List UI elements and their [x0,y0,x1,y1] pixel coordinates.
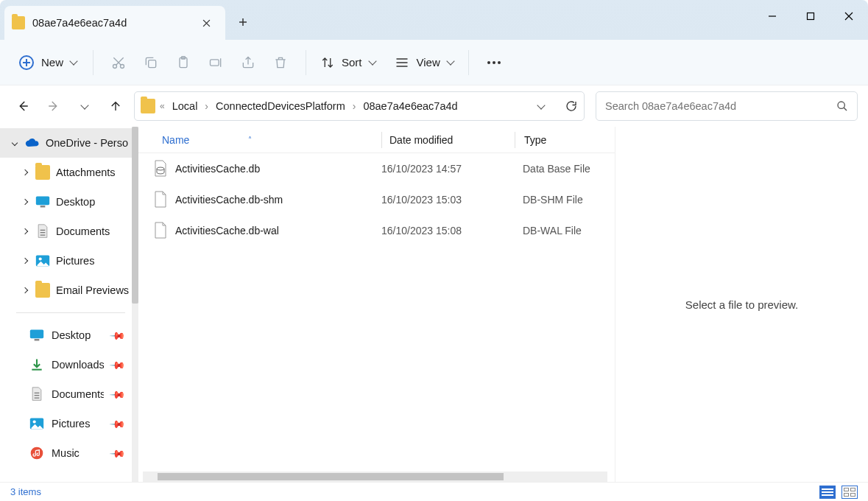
up-button[interactable] [103,94,128,119]
paste-button[interactable] [169,48,198,77]
file-date: 16/10/2023 14:57 [381,163,514,175]
chevron-right-icon[interactable] [21,168,29,177]
sidebar-item[interactable]: Documents [0,217,138,246]
sidebar-scrollbar[interactable] [132,127,138,482]
documents-icon [29,387,44,402]
sidebar-item[interactable]: Desktop [0,187,138,217]
quick-access-item[interactable]: Documents 📌 [0,379,138,409]
refresh-button[interactable] [565,99,578,113]
svg-point-9 [498,61,501,64]
more-button[interactable] [479,48,509,77]
file-date: 16/10/2023 15:08 [381,225,514,237]
new-button[interactable]: New [13,51,82,74]
address-bar[interactable]: « Local › ConnectedDevicesPlatform › 08a… [134,91,585,121]
quick-access-item[interactable]: Pictures 📌 [0,409,138,438]
toolbar-separator [468,50,469,75]
pin-icon: 📌 [109,326,126,343]
minimize-button[interactable] [753,0,791,32]
forward-button[interactable] [41,94,66,119]
sidebar-item[interactable]: Attachments [0,158,138,187]
share-button[interactable] [233,48,263,77]
desktop-icon [29,328,44,343]
file-icon [153,191,168,209]
window-controls [753,0,868,32]
breadcrumb-item[interactable]: ConnectedDevicesPlatform [213,99,348,113]
file-row[interactable]: ActivitiesCache.db-shm 16/10/2023 15:03 … [138,184,615,215]
svg-point-14 [39,257,42,260]
chevron-down-icon[interactable] [10,139,19,147]
column-header-type[interactable]: Type [515,134,615,146]
close-tab-button[interactable] [196,13,216,33]
sidebar-item-label: Documents [56,225,110,237]
sort-indicator-icon: ˄ [248,136,252,144]
file-row[interactable]: ActivitiesCache.db-wal 16/10/2023 15:08 … [138,215,615,246]
breadcrumb-item[interactable]: Local [169,99,201,113]
thumbnails-view-button[interactable] [841,486,858,499]
column-headers: Name ˄ Date modified Type [138,127,615,153]
svg-rect-0 [808,13,814,20]
details-view-button[interactable] [819,486,836,499]
sidebar-item[interactable]: Email Previews [0,276,138,305]
svg-rect-3 [149,60,156,67]
main-area: OneDrive - Perso Attachments Desktop Doc… [0,127,868,482]
file-row[interactable]: ActivitiesCache.db 16/10/2023 14:57 Data… [138,153,615,184]
svg-point-10 [838,102,844,108]
svg-point-18 [33,420,36,423]
preview-pane: Select a file to preview. [615,127,868,482]
recent-locations-button[interactable] [72,94,97,119]
overflow-chevrons[interactable]: « [160,101,165,111]
tab-title: 08ae7a4e6eac7a4d [32,17,196,29]
svg-rect-15 [30,330,43,339]
sidebar-item[interactable]: Pictures [0,246,138,276]
chevron-right-icon[interactable]: › [205,100,208,112]
file-type: DB-SHM File [514,194,615,206]
folder-icon [12,16,25,29]
address-dropdown[interactable] [537,101,545,109]
sort-button[interactable]: Sort [317,53,380,72]
chevron-right-icon[interactable] [21,197,29,206]
chevron-right-icon[interactable] [21,256,29,265]
delete-button[interactable] [266,48,295,77]
quick-access-label: Pictures [52,418,90,430]
column-header-name[interactable]: Name ˄ [138,134,381,146]
sidebar-item-onedrive[interactable]: OneDrive - Perso [0,128,138,158]
breadcrumb-item[interactable]: 08ae7a4e6eac7a4d [360,99,460,113]
close-window-button[interactable] [830,0,868,32]
chevron-down-icon [446,57,454,65]
chevron-right-icon[interactable] [21,286,29,295]
rename-button[interactable] [201,48,230,77]
svg-rect-16 [35,339,40,341]
quick-access-item[interactable]: Downloads 📌 [0,350,138,379]
sidebar-item-label: Attachments [56,167,116,178]
quick-access-item[interactable]: Desktop 📌 [0,320,138,350]
pictures-icon [35,253,50,268]
maximize-button[interactable] [791,0,830,32]
file-name: ActivitiesCache.db [175,163,260,175]
view-button[interactable]: View [390,53,458,72]
cut-button[interactable] [104,48,133,77]
quick-access-label: Music [52,447,80,459]
folder-icon [35,165,50,180]
search-box[interactable] [596,91,858,121]
titlebar: 08ae7a4e6eac7a4d [0,0,868,40]
navigation-row: « Local › ConnectedDevicesPlatform › 08a… [0,85,868,127]
toolbar: New Sort View [0,40,868,85]
back-button[interactable] [10,94,35,119]
pictures-icon [29,416,44,431]
quick-access-item[interactable]: Music 📌 [0,438,138,468]
column-header-date[interactable]: Date modified [382,134,515,146]
toolbar-separator [306,50,306,75]
copy-button[interactable] [136,48,166,77]
quick-access-label: Documents [52,388,104,400]
search-icon [836,100,848,112]
pin-icon: 📌 [109,444,126,461]
new-tab-button[interactable] [228,7,258,37]
chevron-right-icon[interactable]: › [353,100,356,112]
horizontal-scrollbar[interactable] [143,472,607,482]
chevron-right-icon[interactable] [21,227,29,236]
svg-point-7 [487,61,490,64]
sort-icon [321,56,334,69]
svg-point-8 [493,61,495,64]
window-tab[interactable]: 08ae7a4e6eac7a4d [4,6,225,40]
search-input[interactable] [605,100,836,112]
